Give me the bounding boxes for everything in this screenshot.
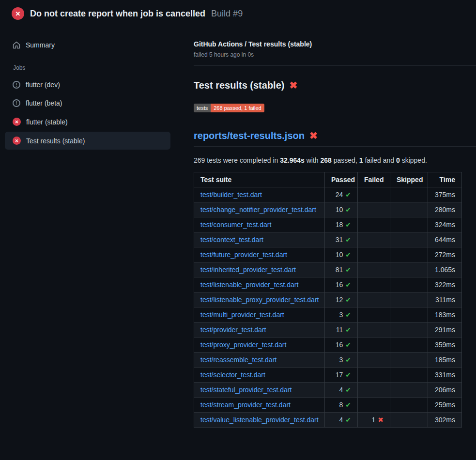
- suite-cell: test/value_listenable_provider_test.dart: [194, 413, 325, 428]
- suite-link[interactable]: test/builder_test.dart: [200, 191, 262, 199]
- breadcrumb: GitHub Actions / Test results (stable): [194, 40, 476, 48]
- summary-text: skipped.: [400, 156, 427, 164]
- failed-count: 1: [371, 416, 375, 424]
- skipped-cell: [390, 307, 428, 322]
- suite-link[interactable]: test/context_test.dart: [200, 236, 263, 244]
- suite-link[interactable]: test/consumer_test.dart: [200, 221, 271, 229]
- summary-text: passed,: [332, 156, 359, 164]
- test-results-table: Test suite Passed Failed Skipped Time te…: [194, 172, 462, 428]
- report-link[interactable]: reports/test-results.json: [194, 130, 305, 141]
- failed-icon: ✕: [13, 137, 21, 145]
- time-cell: 291ms: [428, 322, 462, 337]
- sidebar-item-flutter-stable[interactable]: ✕ flutter (stable): [5, 113, 170, 131]
- failed-cell: 1✖: [358, 413, 390, 428]
- time-cell: 324ms: [428, 217, 462, 232]
- check-icon: ✔: [345, 416, 351, 424]
- suite-link[interactable]: test/reassemble_test.dart: [200, 356, 276, 364]
- skipped-cell: [390, 187, 428, 202]
- suite-cell: test/proxy_provider_test.dart: [194, 337, 325, 353]
- summary-failed: 1: [359, 156, 363, 164]
- passed-count: 3: [339, 311, 343, 319]
- skipped-cell: [390, 292, 428, 307]
- summary-passed: 268: [321, 156, 332, 164]
- x-icon: ✕: [15, 10, 21, 17]
- suite-link[interactable]: test/change_notifier_provider_test.dart: [200, 206, 316, 214]
- report-title: reports/test-results.json ✖: [194, 130, 476, 147]
- passed-cell: 16✔: [325, 337, 358, 353]
- skipped-cell: [390, 217, 428, 232]
- suite-link[interactable]: test/stateful_provider_test.dart: [200, 386, 292, 394]
- section-title-text: Test results (stable): [194, 80, 284, 91]
- suite-link[interactable]: test/inherited_provider_test.dart: [200, 266, 296, 274]
- run-status-text: failed 5 hours ago in 0s: [194, 51, 476, 58]
- passed-cell: 81✔: [325, 262, 358, 277]
- skipped-cell: [390, 413, 428, 428]
- time-cell: 183ms: [428, 307, 462, 322]
- suite-link[interactable]: test/future_provider_test.dart: [200, 251, 287, 259]
- x-icon: ✖: [378, 416, 384, 424]
- table-row: test/inherited_provider_test.dart 81✔ ✖ …: [194, 262, 462, 277]
- suite-link[interactable]: test/value_listenable_provider_test.dart: [200, 416, 319, 424]
- sidebar-item-flutter-beta[interactable]: ! flutter (beta): [5, 94, 170, 112]
- suite-cell: test/listenable_proxy_provider_test.dart: [194, 292, 325, 307]
- suite-link[interactable]: test/stream_provider_test.dart: [200, 401, 291, 409]
- build-number: Build #9: [211, 9, 243, 19]
- suite-cell: test/stateful_provider_test.dart: [194, 383, 325, 398]
- passed-count: 31: [336, 236, 343, 244]
- table-row: test/reassemble_test.dart 3✔ ✖ 185ms: [194, 353, 462, 368]
- failed-cell: ✖: [358, 398, 390, 413]
- sidebar-item-summary[interactable]: Summary: [5, 36, 170, 54]
- table-row: test/stateful_provider_test.dart 4✔ ✖ 20…: [194, 383, 462, 398]
- exclamation-glyph: !: [15, 101, 17, 106]
- table-row: test/builder_test.dart 24✔ ✖ 375ms: [194, 187, 462, 202]
- time-cell: 185ms: [428, 353, 462, 368]
- time-cell: 1.065s: [428, 262, 462, 277]
- sidebar-item-flutter-dev[interactable]: ! flutter (dev): [5, 76, 170, 93]
- failed-cell: ✖: [358, 217, 390, 232]
- suite-cell: test/future_provider_test.dart: [194, 247, 325, 262]
- passed-cell: 4✔: [325, 413, 358, 428]
- check-icon: ✔: [345, 221, 351, 229]
- table-row: test/future_provider_test.dart 10✔ ✖ 272…: [194, 247, 462, 262]
- suite-link[interactable]: test/proxy_provider_test.dart: [200, 341, 286, 349]
- failed-cell: ✖: [358, 262, 390, 277]
- suite-link[interactable]: test/provider_test.dart: [200, 326, 266, 334]
- table-row: test/multi_provider_test.dart 3✔ ✖ 183ms: [194, 307, 462, 322]
- suite-link[interactable]: test/listenable_provider_test.dart: [200, 281, 298, 289]
- skipped-cell: [390, 202, 428, 217]
- passed-count: 3: [339, 356, 343, 364]
- col-header-skipped: Skipped: [390, 172, 428, 187]
- skipped-cell: [390, 232, 428, 247]
- suite-cell: test/stream_provider_test.dart: [194, 398, 325, 413]
- check-icon: ✔: [345, 281, 351, 289]
- col-header-test-suite: Test suite: [194, 172, 325, 187]
- time-cell: 302ms: [428, 413, 462, 428]
- check-icon: ✔: [345, 311, 351, 319]
- skipped-cell: [390, 247, 428, 262]
- passed-count: 4: [339, 416, 343, 424]
- passed-cell: 12✔: [325, 292, 358, 307]
- job-detail-panel: GitHub Actions / Test results (stable) f…: [175, 26, 476, 428]
- passed-count: 81: [336, 266, 343, 274]
- passed-cell: 17✔: [325, 368, 358, 383]
- failed-cell: ✖: [358, 307, 390, 322]
- check-icon: ✔: [345, 266, 351, 274]
- suite-link[interactable]: test/multi_provider_test.dart: [200, 311, 284, 319]
- check-icon: ✔: [345, 371, 351, 379]
- suite-cell: test/change_notifier_provider_test.dart: [194, 202, 325, 217]
- sidebar-item-test-results-stable[interactable]: ✕ Test results (stable): [5, 132, 170, 150]
- check-icon: ✔: [345, 191, 351, 199]
- section-title: Test results (stable) ✖: [194, 79, 476, 91]
- run-header: ✕ Do not create report when job is cance…: [0, 0, 476, 26]
- home-icon: [13, 41, 20, 49]
- suite-cell: test/provider_test.dart: [194, 322, 325, 337]
- cancelled-icon: !: [13, 99, 20, 107]
- suite-link[interactable]: test/listenable_proxy_provider_test.dart: [200, 296, 319, 304]
- skipped-cell: [390, 383, 428, 398]
- check-icon: ✔: [345, 341, 351, 349]
- passed-count: 12: [336, 296, 343, 304]
- jobs-heading: Jobs: [13, 64, 175, 71]
- skipped-cell: [390, 262, 428, 277]
- skipped-cell: [390, 337, 428, 353]
- suite-link[interactable]: test/selector_test.dart: [200, 371, 265, 379]
